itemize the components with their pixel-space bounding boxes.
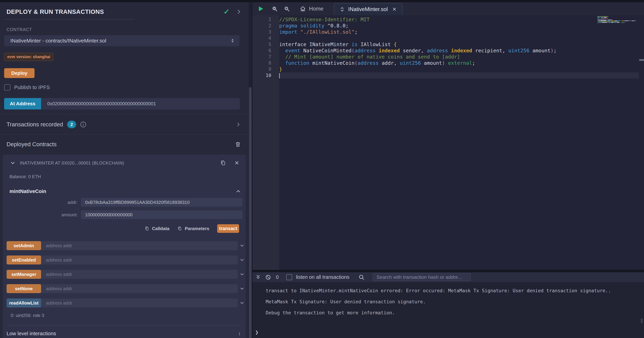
code-line[interactable] [279,72,596,78]
panel-scrollbar [248,2,252,338]
close-tab-icon[interactable]: ✕ [392,7,396,12]
deploy-run-panel: DEPLOY & RUN TRANSACTIONS ✓ CONTRACT INa… [0,2,248,338]
transactions-recorded-row[interactable]: Transactions recorded 2 [0,114,248,135]
line-number: 4 [252,35,279,41]
instance-header[interactable]: INATIVEMINTER AT 0X020...00001 (BLOCKCHA… [3,155,246,166]
collapse-panel-icon[interactable] [236,9,242,15]
chevron-down-icon[interactable] [10,160,16,166]
remix-ide-window: DEPLOY & RUN TRANSACTIONS ✓ CONTRACT INa… [0,0,644,338]
chevron-up-icon[interactable] [235,188,241,194]
code-line[interactable]: } [279,66,596,72]
code-line[interactable]: event NativeCoinMinted(address indexed s… [279,48,596,54]
code-line[interactable]: function mintNativeCoin(address addr, ui… [279,60,596,66]
function-input-setAdmin[interactable] [41,241,238,250]
run-script-icon[interactable] [258,5,264,12]
minimap-line [598,24,639,24]
terminal-search-input[interactable] [372,273,471,281]
tab-home-label: Home [309,6,324,12]
function-input-readAllowList[interactable] [41,298,238,308]
close-instance-icon[interactable]: ✕ [234,160,239,166]
publish-ipfs-row: Publish to IPFS [4,84,248,90]
tab-inativeminter[interactable]: INativeMinter.sol ✕ [334,3,402,15]
transactions-expand-icon[interactable] [236,122,241,127]
code-area[interactable]: 12345678910 //SPDX-License-Identifier: M… [252,15,644,270]
code-line[interactable]: interface INativeMinter is IAllowList { [279,41,596,48]
line-number: 7 [252,54,279,60]
low-level-title: Low level interactions [6,330,56,336]
transactions-recorded-label: Transactions recorded [6,121,63,128]
at-address-input[interactable] [41,98,240,110]
publish-ipfs-checkbox[interactable] [4,84,10,90]
function-button-setEnabled[interactable]: setEnabled [6,256,41,264]
tab-home[interactable]: Home [300,6,324,12]
transactions-count-badge: 2 [67,121,76,128]
terminal-log-line[interactable]: transact to INativeMinter.mintNativeCoin… [266,285,644,296]
code-line[interactable]: import "./IAllowList.sol"; [279,29,596,35]
minimap[interactable] [598,15,639,24]
chevron-down-icon[interactable] [240,286,245,291]
function-button-readAllowList[interactable]: readAllowList [6,298,41,308]
deploy-button[interactable]: Deploy [4,68,34,78]
clear-console-icon[interactable] [265,274,271,280]
terminal-scrollbar-thumb[interactable] [641,318,642,324]
transact-button[interactable]: transact [217,224,239,233]
function-input-setNone[interactable] [41,284,238,293]
zoom-out-icon[interactable] [272,6,278,12]
code-line[interactable]: //SPDX-License-Identifier: MIT [279,16,596,22]
amount-field-label: amount: [3,212,81,218]
instance-title: INATIVEMINTER AT 0X020...00001 (BLOCKCHA… [20,160,124,166]
code-line[interactable]: // Mint [amount] number of native coins … [279,54,596,60]
copy-parameters-button[interactable]: Parameters [177,226,209,231]
page-title: DEPLOY & RUN TRANSACTIONS [6,8,104,15]
function-button-setNone[interactable]: setNone [6,284,41,293]
code-line[interactable]: pragma solidity ^0.8.0; [279,22,596,29]
window-top-strip [0,0,644,2]
copy-parameters-label: Parameters [185,226,209,231]
function-input-setManager[interactable] [41,270,238,279]
amount-field-input[interactable] [81,210,242,219]
open-function-header[interactable]: mintNativeCoin [10,188,241,194]
function-row-setEnabled: setEnabled [6,256,238,264]
trash-icon[interactable] [235,141,241,148]
line-number: 2 [252,22,279,29]
function-button-setAdmin[interactable]: setAdmin [6,241,41,250]
copy-calldata-button[interactable]: Calldata [144,226,169,231]
at-address-button[interactable]: At Address [4,98,41,110]
function-row-setAdmin: setAdmin [6,241,238,250]
function-row-readAllowList: readAllowList [6,298,238,308]
contract-select[interactable]: INativeMinter - contracts/INativeMinter.… [4,35,240,46]
terminal-prompt[interactable]: ❯ [255,329,258,336]
zoom-in-icon[interactable] [284,6,290,12]
terminal-log-line[interactable]: Debug the transaction to get more inform… [266,307,644,318]
pending-tx-count: 0 [276,274,279,280]
code-line[interactable] [279,35,596,41]
deployed-contracts-title: Deployed Contracts [6,141,57,148]
terminal-log-line[interactable]: MetaMask Tx Signature: User denied trans… [266,296,644,307]
terminal-output[interactable]: transact to INativeMinter.mintNativeCoin… [252,282,644,338]
card-divider [7,326,242,326]
line-number-gutter: 12345678910 [252,15,279,270]
function-input-setEnabled[interactable] [41,256,238,264]
code-lines: //SPDX-License-Identifier: MITpragma sol… [279,16,596,78]
panel-scrollbar-thumb[interactable] [249,87,252,338]
chevron-down-icon[interactable] [240,300,245,306]
collapse-terminal-icon[interactable] [255,274,261,280]
line-number: 3 [252,29,279,35]
chevron-down-icon[interactable] [240,243,245,248]
listen-all-transactions-checkbox[interactable] [286,274,292,280]
terminal-toolbar: 0 listen on all transactions [252,272,644,282]
addr-field-input[interactable] [81,198,242,207]
function-button-setManager[interactable]: setManager [6,270,41,279]
line-number: 5 [252,41,279,48]
function-rows: setAdminsetEnabledsetManagersetNonereadA… [3,241,246,308]
chevron-down-icon[interactable] [240,258,245,262]
evm-version-badge: evm version: shanghai [4,53,53,61]
chevron-down-icon[interactable] [240,272,245,277]
instance-balance: Balance: 0 ETH [10,174,246,179]
line-number: 1 [252,16,279,22]
copy-address-icon[interactable] [220,160,226,166]
search-icon [358,274,365,280]
select-caret-icon [230,38,236,44]
open-function-name: mintNativeCoin [10,188,46,194]
copy-calldata-label: Calldata [152,226,169,231]
